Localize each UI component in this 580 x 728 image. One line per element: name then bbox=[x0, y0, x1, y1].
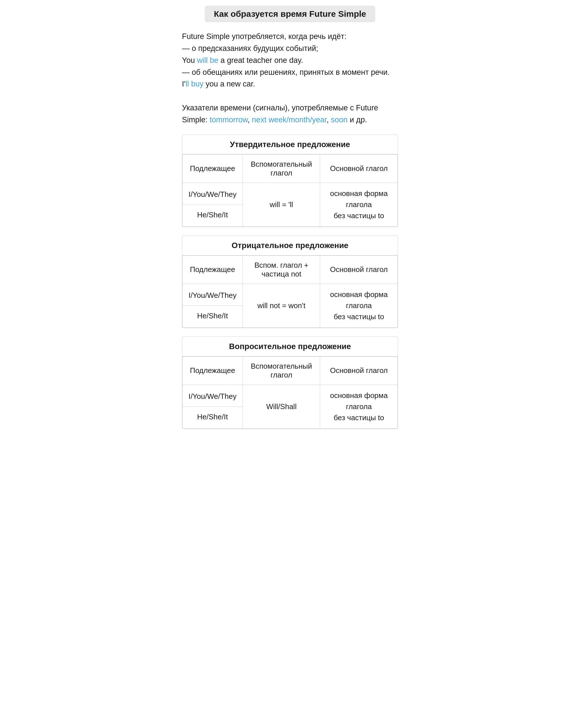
affirmative-col2-header: Вспомогательный глагол bbox=[243, 154, 320, 183]
interrogative-section: Вопросительное предложение Подлежащее Вс… bbox=[182, 337, 398, 429]
intro-line5-prefix: I' bbox=[182, 80, 186, 88]
interrogative-aux-verb: Will/Shall bbox=[243, 385, 320, 428]
intro-section: Future Simple употребляется, когда речь … bbox=[182, 31, 398, 126]
signal-next-week: next week bbox=[252, 115, 286, 124]
affirmative-subject-top: I/You/We/They bbox=[183, 184, 243, 205]
signal-soon: soon bbox=[331, 115, 348, 124]
affirmative-header: Утвердительное предложение bbox=[182, 135, 398, 154]
interrogative-subject-bottom: He/She/It bbox=[183, 407, 243, 427]
affirmative-col3-header: Основной глагол bbox=[320, 154, 398, 183]
title-box: Как образуется время Future Simple bbox=[205, 6, 375, 22]
negative-col1-header: Подлежащее bbox=[183, 256, 243, 284]
signal-slash2: / bbox=[310, 115, 312, 124]
negative-section: Отрицательное предложение Подлежащее Всп… bbox=[182, 236, 398, 328]
signal-month: month bbox=[288, 115, 310, 124]
affirmative-aux-verb: will = 'll bbox=[243, 183, 320, 227]
intro-line2: — о предсказаниях будущих событий; bbox=[182, 44, 318, 53]
intro-line5-highlight: ll buy bbox=[186, 80, 203, 88]
affirmative-main-verb: основная форма глагола без частицы to bbox=[320, 183, 398, 227]
intro-line3-suffix: a great teacher one day. bbox=[218, 56, 303, 64]
intro-line3-highlight: will be bbox=[197, 56, 218, 64]
negative-main-verb: основная форма глагола без частицы to bbox=[320, 284, 398, 328]
affirmative-section: Утвердительное предложение Подлежащее Вс… bbox=[182, 135, 398, 227]
signal-tommorrow: tommorrow bbox=[210, 115, 248, 124]
negative-aux-verb: will not = won't bbox=[243, 284, 320, 328]
intro-line1: Future Simple употребляется, когда речь … bbox=[182, 32, 347, 41]
intro-line4: — об обещаниях или решениях, принятых в … bbox=[182, 68, 389, 77]
interrogative-col2-header: Вспомогательный глагол bbox=[243, 357, 320, 385]
negative-subject-top: I/You/We/They bbox=[183, 285, 243, 306]
affirmative-col1-header: Подлежащее bbox=[183, 154, 243, 183]
interrogative-table: Подлежащее Вспомогательный глагол Основн… bbox=[182, 357, 398, 429]
negative-subject-bottom: He/She/It bbox=[183, 306, 243, 326]
interrogative-header: Вопросительное предложение bbox=[182, 337, 398, 357]
interrogative-col3-header: Основной глагол bbox=[320, 357, 398, 385]
interrogative-col1-header: Подлежащее bbox=[183, 357, 243, 385]
affirmative-subject-bottom: He/She/It bbox=[183, 205, 243, 225]
interrogative-subject-top: I/You/We/They bbox=[183, 386, 243, 407]
negative-table: Подлежащее Вспом. глагол + частица not О… bbox=[182, 256, 398, 328]
interrogative-subjects: I/You/We/They He/She/It bbox=[183, 385, 243, 428]
negative-col2-header: Вспом. глагол + частица not bbox=[243, 256, 320, 284]
intro-line5-suffix: you a new car. bbox=[203, 80, 255, 88]
page-title: Как образуется время Future Simple bbox=[214, 9, 366, 19]
negative-subjects: I/You/We/They He/She/It bbox=[183, 284, 243, 328]
negative-col3-header: Основной глагол bbox=[320, 256, 398, 284]
affirmative-table: Подлежащее Вспомогательный глагол Основн… bbox=[182, 154, 398, 227]
intro-line3-prefix: You bbox=[182, 56, 197, 64]
affirmative-subjects: I/You/We/They He/She/It bbox=[183, 183, 243, 227]
negative-header: Отрицательное предложение bbox=[182, 236, 398, 256]
interrogative-main-verb: основная форма глагола без частицы to bbox=[320, 385, 398, 428]
signal-year: year bbox=[312, 115, 327, 124]
